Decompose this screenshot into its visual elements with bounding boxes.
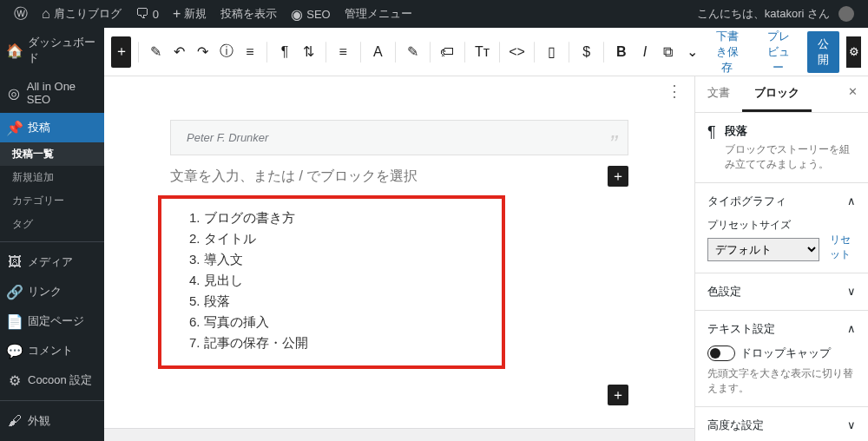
comments-link[interactable]: 🗨0 <box>128 6 166 22</box>
site-title: 肩こりブログ <box>54 6 122 22</box>
preview-button[interactable]: プレビュー <box>756 23 800 29</box>
admin-menu-link[interactable]: 管理メニュー <box>338 6 419 22</box>
wp-logo[interactable]: ⓦ <box>7 5 35 23</box>
seo-menu[interactable]: ◉SEO <box>284 6 337 23</box>
save-draft-button[interactable]: 下書き保存 <box>706 23 750 29</box>
view-post[interactable]: 投稿を表示 <box>214 6 284 22</box>
site-name[interactable]: ⌂肩こりブログ <box>35 6 128 22</box>
greeting[interactable]: こんにちは、katakori さん <box>690 6 861 22</box>
new-content[interactable]: +新規 <box>166 6 214 22</box>
